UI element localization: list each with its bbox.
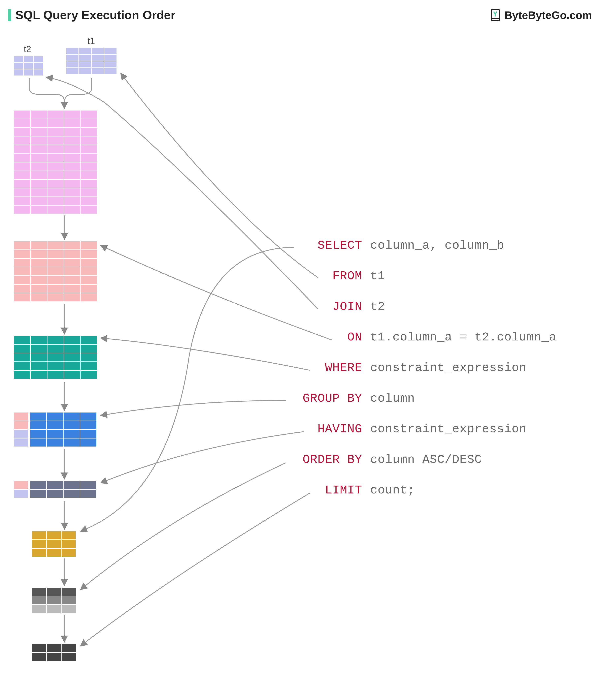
sql-keyword: HAVING xyxy=(270,423,362,435)
table-t2 xyxy=(14,56,43,75)
query-clause-order-by: ORDER BYcolumn ASC/DESC xyxy=(270,454,556,466)
title-wrap: SQL Query Execution Order xyxy=(8,8,176,22)
stage-orderby-result xyxy=(32,588,76,613)
brand-text: ByteByteGo.com xyxy=(504,9,592,21)
sql-argument: column_a, column_b xyxy=(370,240,504,251)
label-t1: t1 xyxy=(87,36,95,46)
stage-groupby-key-a xyxy=(14,412,28,429)
stage-having-key-a xyxy=(14,481,28,489)
stage-having-key-b xyxy=(14,490,28,498)
stage-limit-result xyxy=(32,644,76,661)
query-clause-where: WHEREconstraint_expression xyxy=(270,362,556,374)
sql-argument: constraint_expression xyxy=(370,423,526,435)
sql-argument: t1.column_a = t2.column_a xyxy=(370,331,556,343)
stage-groupby-result xyxy=(30,412,96,447)
stage-having-result xyxy=(30,481,96,498)
sql-keyword: LIMIT xyxy=(270,484,362,496)
brand-logo: ByteByteGo.com xyxy=(489,9,592,22)
query-clause-group-by: GROUP BYcolumn xyxy=(270,392,556,404)
sql-argument: column xyxy=(370,392,415,404)
sql-query-text: SELECTcolumn_a, column_bFROMt1JOINt2ONt1… xyxy=(270,240,556,515)
sql-keyword: GROUP BY xyxy=(270,392,362,404)
label-t2: t2 xyxy=(24,44,31,54)
stage-groupby-key-b xyxy=(14,430,28,447)
sql-keyword: ORDER BY xyxy=(270,454,362,466)
sql-keyword: JOIN xyxy=(270,301,362,312)
query-clause-join: JOINt2 xyxy=(270,301,556,312)
page-title: SQL Query Execution Order xyxy=(15,8,176,22)
sql-argument: t1 xyxy=(370,270,385,282)
stage-on-result xyxy=(14,242,97,301)
header: SQL Query Execution Order ByteByteGo.com xyxy=(8,8,592,22)
title-accent-bar xyxy=(8,9,11,21)
table-t1 xyxy=(67,48,116,74)
stage-join-result xyxy=(14,110,97,214)
sql-keyword: FROM xyxy=(270,270,362,282)
sql-argument: column ASC/DESC xyxy=(370,454,482,466)
query-clause-having: HAVINGconstraint_expression xyxy=(270,423,556,435)
query-clause-from: FROMt1 xyxy=(270,270,556,282)
sql-argument: t2 xyxy=(370,301,385,312)
sql-keyword: SELECT xyxy=(270,240,362,251)
stage-where-result xyxy=(14,336,97,379)
book-icon xyxy=(489,9,502,22)
sql-keyword: WHERE xyxy=(270,362,362,374)
sql-keyword: ON xyxy=(270,331,362,343)
query-clause-select: SELECTcolumn_a, column_b xyxy=(270,240,556,251)
query-clause-on: ONt1.column_a = t2.column_a xyxy=(270,331,556,343)
sql-argument: count; xyxy=(370,484,415,496)
diagram-canvas: t2 t1 SELECTcolumn_a, column_bFROMt1JOIN… xyxy=(8,34,592,698)
sql-argument: constraint_expression xyxy=(370,362,526,374)
query-clause-limit: LIMITcount; xyxy=(270,484,556,496)
stage-select-result xyxy=(32,531,76,557)
